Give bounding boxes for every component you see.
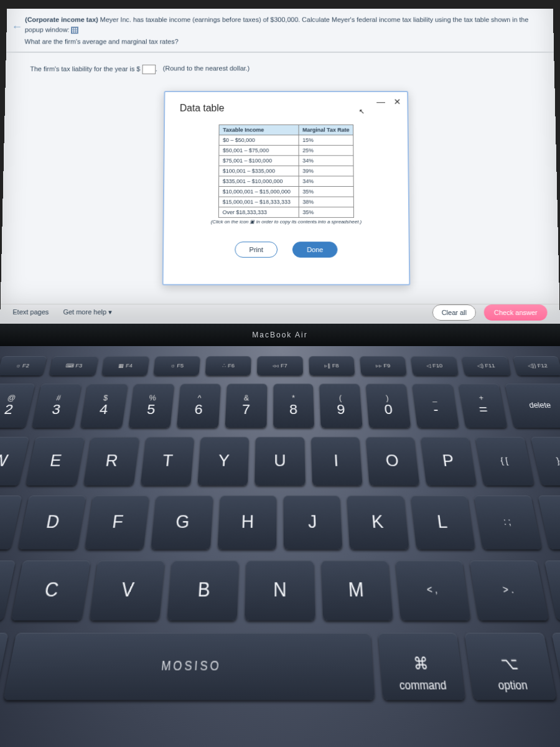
table-row: $75,001 – $100,00034% xyxy=(219,156,354,166)
screen-footer: Etext pages Get more help ▾ Clear all Ch… xyxy=(0,304,560,320)
key-command-right: ⌘ command xyxy=(378,632,466,700)
key-f5: ☼ F5 xyxy=(153,356,200,375)
key-r: R xyxy=(83,437,139,486)
command-icon: ⌘ xyxy=(413,654,429,674)
popup-window-icon[interactable] xyxy=(71,26,78,33)
key-rightbracket: } ] xyxy=(531,437,560,486)
fn-row: ☼ F2 ⌨ F3 ▦ F4 ☼ F5 ∴ F6 ◃◃ F7 ▹∥ F8 ▹▹ … xyxy=(0,356,560,375)
data-table-modal: — ✕ ↖ Data table Taxable Income Marginal… xyxy=(162,91,411,285)
table-row: $335,001 – $10,000,00034% xyxy=(218,176,353,187)
clear-all-button[interactable]: Clear all xyxy=(432,304,476,321)
key-f7: ◃◃ F7 xyxy=(257,356,302,375)
key-i: I xyxy=(311,437,363,486)
key-f11: ◁) F11 xyxy=(462,356,511,375)
key-7: &7 xyxy=(225,383,267,428)
key-3: #3 xyxy=(32,383,82,428)
key-b: B xyxy=(167,560,239,620)
key-c: C xyxy=(11,560,90,620)
key-h: H xyxy=(217,496,276,550)
key-0: )0 xyxy=(366,383,411,428)
key-f: F xyxy=(85,496,149,550)
table-row: $0 – $50,00015% xyxy=(219,135,353,145)
back-arrow-icon[interactable]: ← xyxy=(11,21,22,33)
question-title-rest: Meyer Inc. has taxable income (earnings … xyxy=(25,16,529,33)
print-button[interactable]: Print xyxy=(235,242,278,258)
key-minus: _- xyxy=(413,383,459,428)
prompt-lead: The firm's tax liability for the year is… xyxy=(30,65,140,72)
key-j: J xyxy=(284,496,343,550)
prompt-hint: (Round to the nearest dollar.) xyxy=(163,65,250,72)
minimize-icon[interactable]: — xyxy=(376,97,385,106)
check-answer-button[interactable]: Check answer xyxy=(484,304,548,321)
key-s: S xyxy=(0,496,22,550)
row-bottom: ⌘ command MOSISO ⌘ command ⌥ option ◀ xyxy=(0,632,560,700)
etext-pages-link[interactable]: Etext pages xyxy=(12,308,49,316)
row-qwerty: W E R T Y U I O P { [ } ] xyxy=(0,437,560,486)
key-spacebar: MOSISO xyxy=(4,632,375,700)
key-quote: " ' xyxy=(538,496,560,550)
question-header: (Corporate income tax) Meyer Inc. has ta… xyxy=(6,9,554,52)
table-row: $10,000,001 – $15,000,00035% xyxy=(218,186,353,197)
laptop-screen: ← (Corporate income tax) Meyer Inc. has … xyxy=(0,9,560,324)
physical-keyboard: ☼ F2 ⌨ F3 ▦ F4 ☼ F5 ∴ F6 ◃◃ F7 ▹∥ F8 ▹▹ … xyxy=(0,346,560,747)
th-income: Taxable Income xyxy=(219,125,299,134)
key-leftbracket: { [ xyxy=(475,437,534,486)
modal-title: Data table xyxy=(180,103,398,113)
table-copy-hint: (Click on the icon ▣ in order to copy it… xyxy=(174,219,398,225)
tax-liability-input[interactable] xyxy=(142,64,156,73)
option-icon: ⌥ xyxy=(499,654,520,674)
key-w: W xyxy=(0,437,29,486)
key-k: K xyxy=(347,496,409,550)
table-row: $100,001 – $335,00039% xyxy=(218,166,353,176)
key-d: D xyxy=(18,496,86,550)
key-option-right: ⌥ option xyxy=(465,632,557,700)
key-4: $4 xyxy=(80,383,128,428)
key-g: G xyxy=(151,496,213,550)
key-p: P xyxy=(421,437,477,486)
key-v: V xyxy=(89,560,164,620)
key-8: *8 xyxy=(273,383,315,428)
question-subquestion: What are the firm's average and marginal… xyxy=(24,37,535,47)
hinge-label: MacBook Air xyxy=(0,324,560,346)
key-6: ^6 xyxy=(177,383,221,428)
key-semicolon: : ; xyxy=(474,496,542,550)
th-rate: Marginal Tax Rate xyxy=(299,125,353,134)
cursor-icon: ↖ xyxy=(359,108,365,116)
key-f4: ▦ F4 xyxy=(101,356,149,375)
get-more-help-link[interactable]: Get more help ▾ xyxy=(63,308,112,316)
key-9: (9 xyxy=(320,383,363,428)
table-row: $15,000,001 – $18,333,33338% xyxy=(218,197,353,207)
key-delete: delete xyxy=(505,383,560,428)
key-n: N xyxy=(245,560,315,620)
answer-prompt: The firm's tax liability for the year is… xyxy=(6,52,554,80)
close-icon[interactable]: ✕ xyxy=(394,97,401,106)
key-y: Y xyxy=(198,437,250,486)
key-u: U xyxy=(255,437,306,486)
key-t: T xyxy=(141,437,195,486)
table-row: $50,001 – $75,00025% xyxy=(219,145,353,155)
key-f8: ▹∥ F8 xyxy=(309,356,355,375)
number-row: @2 #3 $4 %5 ^6 &7 *8 (9 )0 _- += delete xyxy=(0,383,560,428)
key-e: E xyxy=(26,437,85,486)
table-row: Over $18,333,33335% xyxy=(218,207,353,218)
key-comma: < , xyxy=(395,560,470,620)
key-equals: += xyxy=(459,383,507,428)
tax-table: Taxable Income Marginal Tax Rate $0 – $5… xyxy=(218,125,354,218)
key-f12: ◁)) F12 xyxy=(513,356,560,375)
spacebar-brand: MOSISO xyxy=(161,658,222,673)
key-2: @2 xyxy=(0,383,35,428)
question-title-bold: (Corporate income tax) xyxy=(25,16,98,23)
done-button[interactable]: Done xyxy=(292,242,337,258)
key-period: > . xyxy=(470,560,549,620)
key-m: M xyxy=(321,560,393,620)
key-f10: ◁ F10 xyxy=(411,356,459,375)
key-f3: ⌨ F3 xyxy=(49,356,98,375)
row-zxcv: X C V B N M < , > . ? / xyxy=(0,560,560,620)
row-asdf: S D F G H J K L : ; " ' xyxy=(0,496,560,550)
key-f2: ☼ F2 xyxy=(0,356,47,375)
key-f6: ∴ F6 xyxy=(205,356,251,375)
key-l: L xyxy=(411,496,475,550)
key-5: %5 xyxy=(128,383,174,428)
key-o: O xyxy=(366,437,420,486)
key-f9: ▹▹ F9 xyxy=(360,356,407,375)
